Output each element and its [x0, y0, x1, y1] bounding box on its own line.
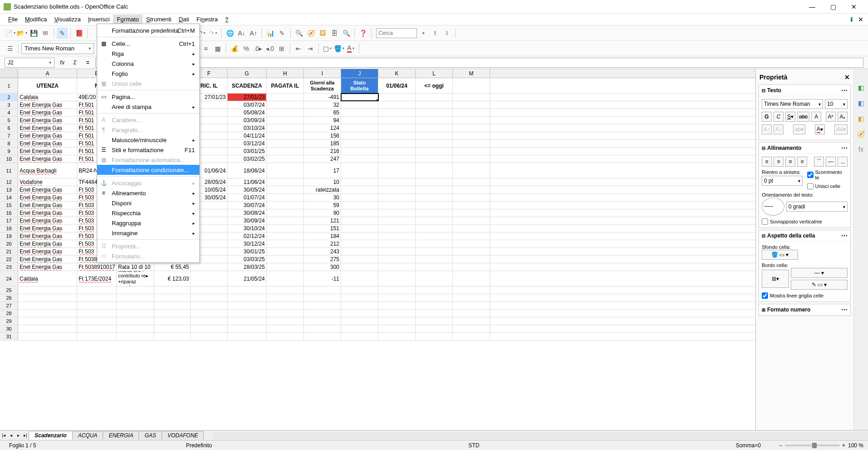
- cell[interactable]: [378, 178, 416, 186]
- menu-visualizza[interactable]: Visualizza: [50, 15, 84, 24]
- cell[interactable]: [154, 317, 191, 325]
- col-header-J[interactable]: J: [341, 69, 378, 78]
- cell[interactable]: [416, 163, 453, 178]
- row-header[interactable]: 5: [0, 117, 18, 124]
- cell[interactable]: [267, 132, 304, 139]
- cell[interactable]: [191, 287, 228, 294]
- row-header[interactable]: 18: [0, 225, 18, 232]
- row-header[interactable]: 27: [0, 302, 18, 309]
- cell[interactable]: [416, 225, 453, 232]
- cell[interactable]: [416, 132, 453, 139]
- cell[interactable]: Enel Energia Gas: [18, 101, 77, 109]
- cell[interactable]: [341, 202, 378, 209]
- cell[interactable]: [416, 178, 453, 186]
- cell[interactable]: [154, 325, 191, 332]
- cell[interactable]: [341, 317, 378, 325]
- align-right-button[interactable]: ≡: [785, 157, 795, 167]
- cell[interactable]: [267, 94, 304, 101]
- cell[interactable]: [304, 317, 341, 325]
- find-button[interactable]: 🔍: [293, 28, 304, 39]
- cell[interactable]: [416, 140, 453, 147]
- menu-strumenti[interactable]: Strumenti: [143, 15, 175, 24]
- sum-button[interactable]: Σ: [70, 58, 80, 68]
- cell[interactable]: [267, 302, 304, 309]
- mode-status[interactable]: STD: [464, 442, 484, 449]
- cell[interactable]: 05/08/24: [228, 109, 267, 116]
- row-header[interactable]: 31: [0, 333, 18, 340]
- cell[interactable]: Enel Energia Gas: [18, 155, 77, 163]
- cell[interactable]: [341, 263, 378, 271]
- menu-formato[interactable]: Formato: [113, 15, 142, 24]
- cell[interactable]: rateizzata: [304, 186, 341, 193]
- cell[interactable]: Ft 173E/2024: [77, 271, 117, 286]
- row-header[interactable]: 22: [0, 256, 18, 263]
- cell[interactable]: 184: [304, 232, 341, 240]
- horizontal-scrollbar[interactable]: [213, 432, 868, 439]
- align-center-sb-button[interactable]: ≡: [774, 157, 784, 167]
- col-header-M[interactable]: M: [453, 69, 490, 78]
- cell[interactable]: [378, 325, 416, 332]
- cell[interactable]: [453, 256, 490, 263]
- cell[interactable]: 18/06/24: [228, 163, 267, 178]
- redo-button[interactable]: ↷: [208, 28, 218, 39]
- menu-item[interactable]: Rispecchia▸: [97, 208, 199, 218]
- cell[interactable]: [378, 194, 416, 201]
- sidebar-close-icon[interactable]: ✕: [844, 74, 850, 81]
- cell[interactable]: [267, 186, 304, 193]
- cell[interactable]: [267, 209, 304, 217]
- menu-help[interactable]: ?: [222, 15, 232, 24]
- cell[interactable]: [378, 294, 416, 302]
- cell[interactable]: [341, 155, 378, 163]
- cell[interactable]: [191, 294, 228, 302]
- cell[interactable]: [267, 271, 304, 286]
- cell[interactable]: [378, 132, 416, 139]
- sb-tab-styles-icon[interactable]: ◧: [856, 98, 866, 108]
- row-header[interactable]: 17: [0, 217, 18, 224]
- cell[interactable]: [267, 248, 304, 255]
- add-decimal-button[interactable]: .0▸: [253, 43, 263, 54]
- cell[interactable]: [304, 287, 341, 294]
- cell[interactable]: 03/09/24: [228, 117, 267, 124]
- cell[interactable]: [267, 117, 304, 124]
- standard-format-button[interactable]: ⊞: [276, 43, 287, 54]
- cell[interactable]: 21/05/24: [228, 271, 267, 286]
- cell[interactable]: Enel Energia Gas: [18, 263, 77, 271]
- cell[interactable]: [341, 333, 378, 340]
- cell[interactable]: [453, 101, 490, 109]
- cell[interactable]: [416, 325, 453, 332]
- cell[interactable]: [416, 155, 453, 163]
- row-header[interactable]: 10: [0, 155, 18, 163]
- cell[interactable]: [416, 148, 453, 155]
- menu-file[interactable]: File: [5, 15, 21, 24]
- row-header[interactable]: 9: [0, 148, 18, 155]
- sidebar-fontsize-combo[interactable]: 10: [825, 99, 848, 109]
- scorrimento-check[interactable]: Scorrimento te: [807, 169, 848, 180]
- cell[interactable]: [378, 333, 416, 340]
- cell[interactable]: 216: [304, 148, 341, 155]
- zoom-slider[interactable]: [785, 445, 839, 446]
- cell[interactable]: [416, 117, 453, 124]
- cell[interactable]: [191, 271, 228, 286]
- menu-item[interactable]: Maiuscole/minuscole▸: [97, 135, 199, 145]
- sheet-tab[interactable]: ENERGIA: [103, 431, 139, 440]
- cell[interactable]: [453, 209, 490, 217]
- menu-finestra[interactable]: Finestra: [193, 15, 222, 24]
- col-header-L[interactable]: L: [416, 69, 453, 78]
- menu-item[interactable]: ≡Allineamento▸: [97, 188, 199, 198]
- maximize-button[interactable]: ▢: [823, 0, 843, 14]
- cell[interactable]: [267, 287, 304, 294]
- cell[interactable]: 30/10/24: [228, 225, 267, 232]
- cell[interactable]: [453, 148, 490, 155]
- cell[interactable]: [378, 287, 416, 294]
- row-header[interactable]: 29: [0, 317, 18, 325]
- zoom-level[interactable]: 100 %: [848, 442, 863, 449]
- cell[interactable]: [378, 263, 416, 271]
- cell[interactable]: 124: [304, 124, 341, 132]
- cell[interactable]: [341, 194, 378, 201]
- menu-inserisci[interactable]: Inserisci: [84, 15, 114, 24]
- row-header[interactable]: 30: [0, 325, 18, 332]
- cell[interactable]: [416, 333, 453, 340]
- menu-item[interactable]: Immagine▸: [97, 228, 199, 238]
- cell[interactable]: Enel Energia Gas: [18, 124, 77, 132]
- fontcolor-button[interactable]: A: [345, 43, 356, 54]
